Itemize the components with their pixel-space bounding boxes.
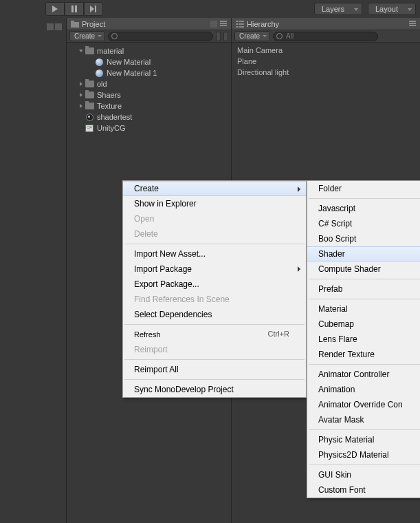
menu-reimport: Reimport	[123, 342, 306, 357]
menu-select-dependencies[interactable]: Select Dependencies	[123, 307, 306, 322]
submenu-folder[interactable]: Folder	[307, 181, 420, 196]
hierarchy-list: Main Camera Plane Directional light	[232, 43, 420, 81]
project-search-wrap	[108, 32, 213, 41]
asset-new-material-1[interactable]: New Material 1	[67, 67, 231, 78]
script-icon	[85, 124, 94, 132]
menu-separator	[124, 359, 305, 360]
submenu-avatar-mask[interactable]: Avatar Mask	[307, 412, 420, 427]
panel-options-icon[interactable]	[219, 20, 228, 27]
asset-shadertest[interactable]: shadertest	[67, 111, 231, 122]
panel-menu-icon[interactable]	[55, 23, 62, 30]
menu-separator	[309, 198, 420, 199]
hierarchy-tab-label: Hierarchy	[247, 20, 279, 28]
project-tab[interactable]: Project	[67, 18, 231, 30]
folder-material[interactable]: material	[67, 45, 231, 56]
menu-separator	[124, 324, 305, 325]
menu-separator	[309, 364, 420, 365]
hierarchy-search-input[interactable]	[273, 32, 378, 41]
material-icon	[94, 58, 104, 66]
svg-rect-4	[95, 6, 96, 12]
project-search-input[interactable]	[108, 32, 213, 41]
hierarchy-directional-light[interactable]: Directional light	[237, 67, 415, 78]
svg-rect-5	[71, 22, 79, 28]
expand-arrow-icon[interactable]	[78, 50, 85, 52]
expand-arrow-icon[interactable]	[78, 104, 85, 108]
project-tab-label: Project	[82, 20, 105, 28]
svg-rect-11	[236, 26, 238, 28]
layers-dropdown[interactable]: Layers	[314, 3, 362, 15]
step-icon	[90, 6, 97, 12]
hierarchy-toolbar: Create	[232, 30, 420, 43]
hierarchy-search-wrap	[273, 32, 417, 41]
menu-open: Open	[123, 211, 306, 226]
menu-import-new-asset[interactable]: Import New Asset...	[123, 246, 306, 262]
svg-rect-7	[236, 21, 238, 22]
menu-create[interactable]: Create	[123, 181, 306, 196]
svg-rect-6	[71, 21, 74, 23]
submenu-lens-flare[interactable]: Lens Flare	[307, 332, 420, 347]
submenu-prefab[interactable]: Prefab	[307, 281, 420, 297]
submenu-shader[interactable]: Shader	[307, 246, 420, 262]
filter-by-label-icon[interactable]	[223, 32, 228, 41]
material-icon	[94, 69, 104, 77]
hierarchy-create-button[interactable]: Create	[234, 31, 270, 41]
filter-by-type-icon[interactable]	[216, 32, 221, 41]
panel-options-icon[interactable]	[408, 20, 417, 27]
hierarchy-tab[interactable]: Hierarchy	[232, 18, 420, 30]
submenu-gui-skin[interactable]: GUI Skin	[307, 467, 420, 482]
submenu-physic-material[interactable]: Physic Material	[307, 432, 420, 447]
pause-button[interactable]	[65, 2, 84, 16]
menu-reimport-all[interactable]: Reimport All	[123, 362, 306, 377]
play-button[interactable]	[45, 2, 65, 16]
hierarchy-main-camera[interactable]: Main Camera	[237, 45, 415, 56]
lock-icon[interactable]	[47, 23, 54, 30]
submenu-animation[interactable]: Animation	[307, 382, 420, 397]
submenu-csharp-script[interactable]: C# Script	[307, 216, 420, 231]
svg-rect-12	[239, 26, 244, 28]
submenu-javascript[interactable]: Javascript	[307, 201, 420, 216]
step-button[interactable]	[84, 2, 103, 16]
folder-icon	[85, 91, 94, 99]
hierarchy-plane[interactable]: Plane	[237, 56, 415, 67]
menu-export-package[interactable]: Export Package...	[123, 277, 306, 292]
svg-rect-2	[75, 6, 77, 12]
submenu-animator-override[interactable]: Animator Override Con	[307, 397, 420, 412]
svg-marker-3	[90, 6, 94, 12]
menu-show-in-explorer[interactable]: Show in Explorer	[123, 196, 306, 211]
project-tree: material New Material New Material 1 old	[67, 43, 231, 136]
shader-icon	[85, 113, 94, 121]
project-context-menu: Create Show in Explorer Open Delete Impo…	[122, 180, 307, 398]
submenu-render-texture[interactable]: Render Texture	[307, 347, 420, 362]
folder-shaers[interactable]: Shaers	[67, 89, 231, 100]
asset-new-material[interactable]: New Material	[67, 56, 231, 67]
submenu-compute-shader[interactable]: Compute Shader	[307, 262, 420, 277]
lock-icon[interactable]	[210, 21, 217, 28]
menu-separator	[124, 379, 305, 380]
svg-marker-0	[52, 6, 58, 12]
svg-rect-1	[71, 6, 74, 12]
folder-old[interactable]: old	[67, 78, 231, 89]
folder-texture[interactable]: Texture	[67, 100, 231, 111]
menu-refresh-shortcut: Ctrl+R	[268, 330, 289, 338]
svg-rect-9	[236, 23, 238, 25]
menu-find-references: Find References In Scene	[123, 292, 306, 307]
layout-dropdown[interactable]: Layout	[368, 3, 416, 15]
menu-separator	[309, 429, 420, 430]
menu-sync-monodevelop[interactable]: Sync MonoDevelop Project	[123, 382, 306, 397]
menu-refresh[interactable]: RefreshCtrl+R	[123, 327, 306, 342]
create-submenu: Folder Javascript C# Script Boo Script S…	[307, 180, 420, 498]
menu-import-package[interactable]: Import Package	[123, 262, 306, 277]
submenu-custom-font[interactable]: Custom Font	[307, 482, 420, 498]
asset-unitycg[interactable]: UnityCG	[67, 122, 231, 134]
project-create-button[interactable]: Create	[69, 31, 105, 41]
submenu-boo-script[interactable]: Boo Script	[307, 231, 420, 246]
submenu-animator-controller[interactable]: Animator Controller	[307, 367, 420, 382]
folder-icon	[85, 102, 94, 110]
submenu-cubemap[interactable]: Cubemap	[307, 317, 420, 332]
expand-arrow-icon[interactable]	[78, 93, 85, 97]
folder-icon	[85, 80, 94, 88]
submenu-physics2d-material[interactable]: Physics2D Material	[307, 447, 420, 462]
hierarchy-tab-icon	[236, 21, 244, 28]
submenu-material[interactable]: Material	[307, 301, 420, 317]
expand-arrow-icon[interactable]	[78, 82, 85, 86]
